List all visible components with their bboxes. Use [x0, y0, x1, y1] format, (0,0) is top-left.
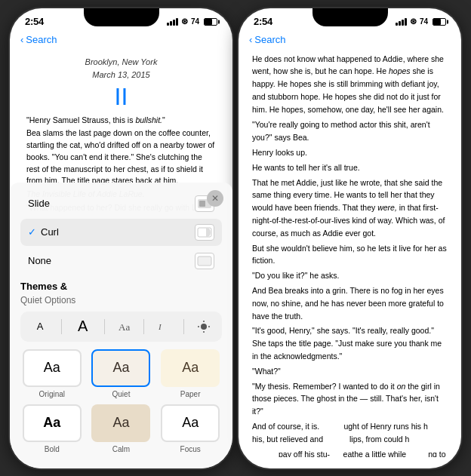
- right-phone: 2:54 ⊛ 74 ‹ Search He does not: [239, 8, 461, 468]
- right-para-12: And of course, it is. ught of Henry runs…: [252, 420, 448, 446]
- right-back-button[interactable]: ‹ Search: [249, 34, 286, 45]
- right-nav-bar: ‹ Search: [239, 32, 461, 50]
- right-back-label: Search: [254, 34, 285, 45]
- slide-label: Slide: [28, 198, 50, 209]
- left-back-button[interactable]: ‹ Search: [20, 34, 57, 45]
- theme-bold-label: Bold: [45, 445, 60, 453]
- font-small-button[interactable]: A: [28, 316, 52, 337]
- svg-text:Aa: Aa: [119, 321, 130, 333]
- theme-original-label: Original: [39, 390, 65, 398]
- right-para-5: That he met Addie, just like he wrote, t…: [252, 177, 448, 240]
- right-wifi-icon: ⊛: [410, 17, 417, 26]
- font-separator-3: [143, 319, 144, 334]
- slide-option-none[interactable]: None: [20, 247, 222, 275]
- close-icon: ✕: [211, 193, 219, 204]
- right-battery-label: 74: [420, 17, 428, 26]
- left-status-icons: ⊛ 74: [167, 17, 217, 26]
- left-nav-bar: ‹ Search: [10, 32, 232, 50]
- svg-rect-1: [199, 201, 205, 207]
- themes-subtitle: Quiet Options: [20, 295, 222, 306]
- theme-focus[interactable]: Aa Focus: [159, 404, 222, 453]
- para-1: "Henry Samuel Strauss, this is bullshit.…: [26, 115, 216, 127]
- wifi-icon: ⊛: [181, 17, 188, 26]
- theme-paper-label: Paper: [180, 390, 201, 398]
- screen-container: 2:54 ⊛ 74 ‹ Search Bro: [0, 0, 471, 476]
- font-family-button[interactable]: Aa: [114, 316, 135, 337]
- theme-bold-preview: Aa: [23, 404, 82, 442]
- theme-paper-preview: Aa: [161, 349, 220, 387]
- theme-paper[interactable]: Aa Paper: [159, 349, 222, 398]
- theme-calm-preview: Aa: [91, 404, 150, 442]
- right-time: 2:54: [254, 16, 272, 27]
- theme-focus-preview: Aa: [161, 404, 220, 442]
- left-phone: 2:54 ⊛ 74 ‹ Search Bro: [10, 8, 232, 468]
- slide-options: Slide ✓ Curl N: [20, 190, 222, 275]
- theme-original-preview: Aa: [23, 349, 82, 387]
- right-para-13: pay off his stu- eathe a little while ng…: [252, 448, 448, 457]
- right-para-11: "My thesis. Remember? I wanted to do it …: [252, 380, 448, 418]
- para-2: Bea slams the last page down on the coff…: [26, 127, 216, 187]
- font-separator-2: [104, 319, 105, 334]
- themes-title: Themes &: [20, 281, 67, 292]
- curl-option-label: ✓ Curl: [28, 226, 59, 238]
- font-style-button[interactable]: I: [153, 316, 174, 337]
- close-button[interactable]: ✕: [207, 190, 223, 207]
- right-book-content: He does not know what happened to Addie,…: [239, 50, 461, 457]
- slide-option-curl[interactable]: ✓ Curl: [20, 219, 222, 246]
- theme-quiet-preview: Aa: [91, 349, 150, 387]
- right-para-1: He does not know what happened to Addie,…: [252, 53, 448, 116]
- curl-icon-box: [195, 224, 214, 241]
- right-chevron-left-icon: ‹: [249, 34, 252, 45]
- theme-bold[interactable]: Aa Bold: [20, 404, 84, 453]
- chevron-left-icon: ‹: [20, 34, 23, 45]
- theme-focus-label: Focus: [180, 445, 201, 453]
- svg-point-6: [201, 324, 207, 330]
- none-icon-box: [195, 253, 214, 269]
- right-para-9: "It's good, Henry," she says. "It's real…: [252, 324, 448, 362]
- right-battery-icon: [433, 18, 446, 26]
- themes-grid: Aa Original Aa Quiet Aa Paper: [20, 349, 222, 453]
- right-para-3: Henry looks up.: [252, 146, 448, 159]
- font-large-button[interactable]: A: [71, 316, 95, 337]
- theme-quiet[interactable]: Aa Quiet: [90, 349, 153, 398]
- slide-option-slide[interactable]: Slide: [20, 190, 222, 217]
- notch: [84, 8, 159, 26]
- right-status-icons: ⊛ 74: [396, 17, 446, 26]
- right-para-2: "You're really going to method actor thi…: [252, 118, 448, 144]
- right-notch: [312, 8, 388, 26]
- right-para-7: "Do you like it?" he asks.: [252, 269, 448, 282]
- svg-rect-3: [198, 256, 211, 266]
- right-para-4: He wants to tell her it's all true.: [252, 161, 448, 174]
- theme-calm-label: Calm: [112, 445, 130, 453]
- svg-text:I: I: [158, 322, 162, 331]
- left-time: 2:54: [25, 16, 44, 27]
- book-location: Brooklyn, New York March 13, 2015: [26, 56, 216, 81]
- check-icon: ✓: [28, 226, 36, 238]
- right-signal-icon: [396, 18, 407, 26]
- brightness-button[interactable]: [193, 316, 214, 337]
- right-para-10: "What?": [252, 365, 448, 378]
- none-option-label: None: [28, 255, 51, 266]
- overlay-panel: ✕ Slide ✓ Curl: [10, 183, 232, 468]
- none-label: None: [28, 255, 51, 266]
- back-label: Search: [26, 34, 57, 45]
- curl-label: Curl: [41, 226, 59, 238]
- right-para-8: And Bea breaks into a grin. There is no …: [252, 284, 448, 322]
- theme-calm[interactable]: Aa Calm: [90, 404, 153, 453]
- slide-option-label: Slide: [28, 198, 50, 209]
- font-separator: [61, 319, 62, 334]
- font-separator-4: [183, 319, 184, 334]
- font-controls: A A Aa I: [20, 312, 222, 342]
- theme-original[interactable]: Aa Original: [20, 349, 84, 398]
- theme-quiet-label: Quiet: [112, 390, 131, 398]
- right-para-6: But she wouldn't believe him, so he lets…: [252, 242, 448, 268]
- battery-label: 74: [191, 17, 199, 26]
- battery-icon: [204, 18, 217, 26]
- chapter-number: II: [26, 84, 216, 109]
- signal-icon: [167, 18, 178, 26]
